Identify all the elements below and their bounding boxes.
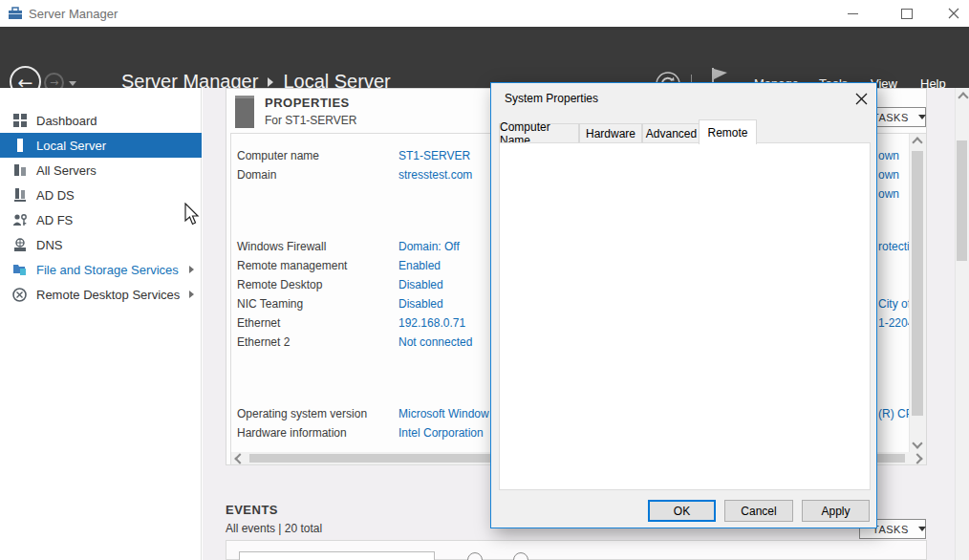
dialog-title: System Properties: [505, 92, 598, 105]
property-value-link[interactable]: Intel Corporation: [398, 426, 484, 440]
property-value-link[interactable]: 192.168.0.71: [398, 316, 465, 330]
nav-bar: ← → Server Manager Local Server Manage T…: [0, 27, 969, 88]
property-fragment[interactable]: own: [878, 187, 910, 201]
sidebar-item-ad-fs[interactable]: AD FS: [0, 207, 202, 232]
servers-icon: [12, 163, 27, 178]
tab-advanced[interactable]: Advanced: [642, 123, 700, 143]
sidebar-item-all-servers[interactable]: All Servers: [0, 158, 202, 183]
system-properties-dialog: System Properties Computer Name Hardware…: [490, 82, 877, 528]
ad-fs-icon: [12, 213, 27, 227]
property-fragment[interactable]: own: [878, 149, 910, 162]
property-value-link[interactable]: Disabled: [398, 297, 443, 311]
property-row: NIC TeamingDisabled: [237, 297, 303, 312]
nav-history-chevron-icon[interactable]: [69, 81, 76, 86]
sidebar-item-dashboard[interactable]: Dashboard: [0, 108, 202, 133]
property-row: Ethernet192.168.0.71: [237, 316, 280, 331]
property-fragment[interactable]: City of: [878, 297, 910, 311]
sidebar-item-ad-ds[interactable]: AD DS: [0, 183, 202, 207]
events-title: EVENTS: [226, 503, 278, 517]
close-button[interactable]: [939, 5, 968, 22]
sidebar: Dashboard Local Server All Servers AD DS…: [0, 88, 202, 560]
tab-hardware[interactable]: Hardware: [579, 123, 642, 143]
window-title: Server Manager: [29, 7, 118, 21]
chevron-down-icon: [918, 115, 926, 119]
ok-button[interactable]: OK: [648, 500, 716, 522]
tab-computer-name[interactable]: Computer Name: [499, 123, 579, 143]
events-subtitle: All events | 20 total: [226, 522, 322, 535]
breadcrumb-separator-icon: [268, 77, 273, 87]
sidebar-item-local-server[interactable]: Local Server: [0, 133, 202, 158]
apply-button[interactable]: Apply: [802, 500, 870, 522]
ad-ds-icon: [12, 188, 27, 203]
dashboard-icon: [12, 114, 27, 128]
property-value-link[interactable]: stresstest.com: [398, 168, 472, 182]
expand-arrow-icon[interactable]: [189, 291, 194, 298]
folder-stack-icon: [12, 263, 27, 277]
expand-arrow-icon[interactable]: [189, 266, 194, 273]
window-titlebar: Server Manager: [0, 0, 969, 27]
dialog-close-icon[interactable]: [849, 88, 873, 109]
property-value-link[interactable]: Microsoft Window: [398, 407, 489, 420]
tab-content-panel: [499, 142, 871, 490]
dns-icon: [12, 238, 27, 252]
events-filter-input[interactable]: [239, 551, 435, 560]
property-row: Domainstresstest.com: [237, 168, 276, 183]
server-manager-window: { "window": { "title": "Server Manager" …: [0, 0, 969, 560]
app-icon: [8, 6, 23, 21]
property-value-link[interactable]: Enabled: [398, 259, 441, 272]
property-value-link[interactable]: Disabled: [398, 278, 443, 291]
properties-server-icon: [235, 96, 254, 128]
property-row: Hardware informationIntel Corporation: [237, 426, 347, 441]
scroll-up-icon[interactable]: [914, 139, 921, 146]
sidebar-item-remote-desktop-services[interactable]: Remote Desktop Services: [0, 282, 202, 307]
property-fragment[interactable]: (R) CPU: [878, 407, 910, 420]
property-row: Ethernet 2Not connected: [237, 335, 290, 350]
scroll-down-icon[interactable]: [914, 440, 921, 447]
mouse-cursor-icon: [183, 203, 201, 227]
scrollbar-thumb[interactable]: [912, 151, 923, 416]
scroll-right-icon[interactable]: [914, 455, 921, 463]
tab-remote[interactable]: Remote: [699, 119, 757, 144]
maximize-button[interactable]: [893, 5, 921, 22]
property-value-link[interactable]: Not connected: [398, 335, 472, 349]
scrollbar-thumb[interactable]: [957, 140, 967, 261]
sidebar-item-dns[interactable]: DNS: [0, 232, 202, 257]
properties-title: PROPERTIES: [265, 96, 350, 110]
property-fragment[interactable]: rotectio: [878, 240, 910, 253]
property-fragment[interactable]: own: [878, 168, 910, 182]
sidebar-item-file-storage-services[interactable]: File and Storage Services: [0, 257, 202, 282]
property-value-link[interactable]: ST1-SERVER: [398, 149, 470, 162]
property-value-link[interactable]: Domain: Off: [398, 240, 460, 253]
rds-icon: [12, 288, 27, 302]
property-row: Windows FirewallDomain: Off: [237, 240, 326, 254]
scroll-up-icon[interactable]: [959, 94, 967, 101]
property-fragment[interactable]: 1-22045: [878, 316, 910, 330]
property-row: Computer nameST1-SERVER: [237, 149, 319, 163]
server-icon: [12, 139, 27, 153]
property-row: Remote managementEnabled: [237, 259, 347, 273]
property-row: Remote DesktopDisabled: [237, 278, 322, 292]
property-row: Operating system versionMicrosoft Window: [237, 407, 367, 421]
scroll-left-icon[interactable]: [236, 455, 244, 463]
minimize-button[interactable]: [838, 5, 867, 22]
chevron-down-icon: [918, 527, 926, 531]
properties-subtitle: For ST1-SERVER: [265, 114, 356, 127]
cancel-button[interactable]: Cancel: [724, 500, 793, 522]
